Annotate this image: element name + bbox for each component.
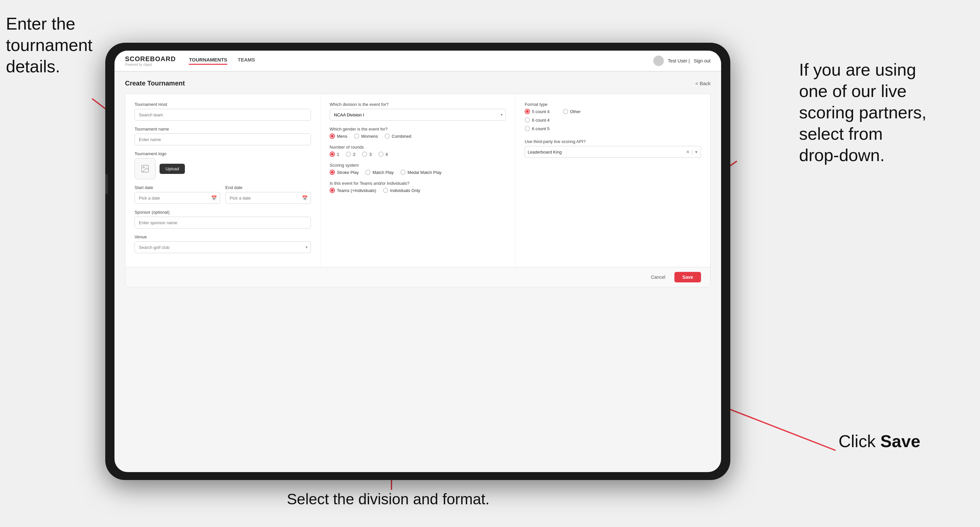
team-teams[interactable]: Teams (+Individuals) (329, 188, 376, 193)
format-other-container: Other (563, 109, 581, 131)
scoring-medal-match[interactable]: Medal Match Play (400, 170, 441, 175)
rounds-label: Number of rounds (329, 144, 506, 149)
format-other-radio[interactable] (563, 109, 568, 114)
venue-input[interactable] (135, 241, 311, 253)
gender-radio-group: Mens Womens Combined (329, 133, 506, 139)
annotation-top-right: If you are using one of our live scoring… (799, 59, 970, 166)
format-other[interactable]: Other (563, 109, 581, 114)
scoring-stroke[interactable]: Stroke Play (329, 170, 359, 175)
logo-label: Tournament logo (135, 151, 311, 156)
page-title: Create Tournament (125, 79, 185, 87)
svg-point-9 (143, 167, 145, 168)
tablet-frame: SCOREBOARD Powered by clippd TOURNAMENTS… (105, 43, 730, 480)
format-6count5-label: 6 count 5 (532, 126, 550, 131)
rounds-4[interactable]: 4 (378, 152, 388, 157)
back-link[interactable]: < Back (695, 81, 711, 86)
format-type-container: 5 count 4 6 count 4 6 coun (525, 109, 701, 131)
division-group: Which division is the event for? NCAA Di… (329, 102, 506, 121)
nav-links: TOURNAMENTS TEAMS (189, 57, 653, 65)
live-scoring-group: Use third-party live scoring API? Leader… (525, 139, 701, 158)
name-label: Tournament name (135, 127, 311, 132)
team-individuals-label: Individuals Only (390, 188, 420, 193)
form-col-2: Which division is the event for? NCAA Di… (320, 94, 515, 267)
format-6count5-radio[interactable] (525, 126, 530, 131)
rounds-3-radio[interactable] (362, 152, 367, 157)
gender-mens-radio[interactable] (329, 133, 335, 139)
scoring-label: Scoring system (329, 163, 506, 168)
annotation-bottom-center: Select the division and format. (256, 490, 520, 509)
scoring-medal-label: Medal Match Play (407, 170, 441, 175)
form-footer: Cancel Save (125, 267, 710, 287)
scoring-match-radio[interactable] (365, 170, 371, 175)
ann-tr-2: one of our live (799, 81, 907, 101)
division-select-wrapper: NCAA Division I NCAA Division II NCAA Di… (329, 109, 506, 121)
form-col-1: Tournament Host Tournament name Tourname… (125, 94, 320, 267)
end-date-group: End date 📅 (225, 185, 311, 204)
scoring-group: Scoring system Stroke Play Match Play (329, 163, 506, 175)
page-header: Create Tournament < Back (125, 79, 711, 87)
sponsor-input[interactable] (135, 217, 311, 229)
ann-tr-1: If you are using (799, 60, 916, 79)
user-name: Test User | (668, 58, 690, 63)
rounds-1[interactable]: 1 (329, 152, 339, 157)
save-button[interactable]: Save (675, 272, 701, 283)
start-calendar-icon: 📅 (211, 195, 217, 200)
nav-teams[interactable]: TEAMS (238, 57, 255, 65)
gender-womens[interactable]: Womens (354, 133, 378, 139)
team-individuals-radio[interactable] (383, 188, 388, 193)
live-scoring-value: Leaderboard King (528, 149, 685, 154)
upload-button[interactable]: Upload (159, 164, 185, 174)
live-scoring-select[interactable]: Leaderboard King ✕ | ▾ (525, 146, 701, 158)
format-6count4-radio[interactable] (525, 117, 530, 123)
end-date-input[interactable] (225, 192, 311, 204)
annotation-bottom-right: Click Save (838, 431, 970, 452)
rounds-1-label: 1 (337, 152, 339, 157)
end-date-wrapper: 📅 (225, 192, 311, 204)
venue-group: Venue ▾ (135, 234, 311, 253)
format-6count4[interactable]: 6 count 4 (525, 117, 550, 123)
gender-combined[interactable]: Combined (385, 133, 411, 139)
scoring-stroke-label: Stroke Play (337, 170, 359, 175)
gender-womens-label: Womens (361, 134, 378, 139)
name-input[interactable] (135, 133, 311, 145)
start-date-input[interactable] (135, 192, 220, 204)
format-5count4[interactable]: 5 count 4 (525, 109, 550, 114)
gender-combined-label: Combined (392, 134, 411, 139)
gender-womens-radio[interactable] (354, 133, 359, 139)
sponsor-group: Sponsor (optional) (135, 210, 311, 229)
rounds-1-radio[interactable] (329, 152, 335, 157)
nav-right: Test User | Sign out (653, 56, 711, 66)
rounds-2[interactable]: 2 (346, 152, 355, 157)
team-teams-label: Teams (+Individuals) (337, 188, 376, 193)
scoring-match[interactable]: Match Play (365, 170, 393, 175)
date-group: Start date 📅 End date (135, 185, 311, 204)
format-5count4-radio[interactable] (525, 109, 530, 114)
live-scoring-clear-button[interactable]: ✕ (685, 149, 690, 155)
division-select[interactable]: NCAA Division I NCAA Division II NCAA Di… (329, 109, 506, 121)
gender-combined-radio[interactable] (385, 133, 390, 139)
scoring-medal-radio[interactable] (400, 170, 406, 175)
annotation-top-left: Enter the tournament details. (6, 13, 98, 77)
team-individuals[interactable]: Individuals Only (383, 188, 420, 193)
host-input[interactable] (135, 109, 311, 121)
sign-out-link[interactable]: Sign out (694, 58, 711, 63)
team-radio-group: Teams (+Individuals) Individuals Only (329, 188, 506, 193)
gender-mens[interactable]: Mens (329, 133, 347, 139)
end-label: End date (225, 185, 311, 190)
team-group: Is this event for Teams and/or Individua… (329, 181, 506, 193)
cancel-button[interactable]: Cancel (646, 272, 671, 283)
rounds-2-radio[interactable] (346, 152, 351, 157)
user-avatar (653, 56, 664, 66)
scoring-stroke-radio[interactable] (329, 170, 335, 175)
rounds-4-radio[interactable] (378, 152, 383, 157)
tournament-logo-group: Tournament logo (135, 151, 311, 179)
format-6count5[interactable]: 6 count 5 (525, 126, 550, 131)
team-teams-radio[interactable] (329, 188, 335, 193)
format-6count4-label: 6 count 4 (532, 118, 550, 123)
end-calendar-icon: 📅 (302, 195, 308, 200)
nav-tournaments[interactable]: TOURNAMENTS (189, 57, 227, 65)
rounds-3[interactable]: 3 (362, 152, 371, 157)
live-scoring-actions: ✕ | ▾ (685, 149, 698, 155)
live-scoring-chevron-button[interactable]: ▾ (694, 149, 698, 155)
format-5count4-label: 5 count 4 (532, 109, 550, 114)
